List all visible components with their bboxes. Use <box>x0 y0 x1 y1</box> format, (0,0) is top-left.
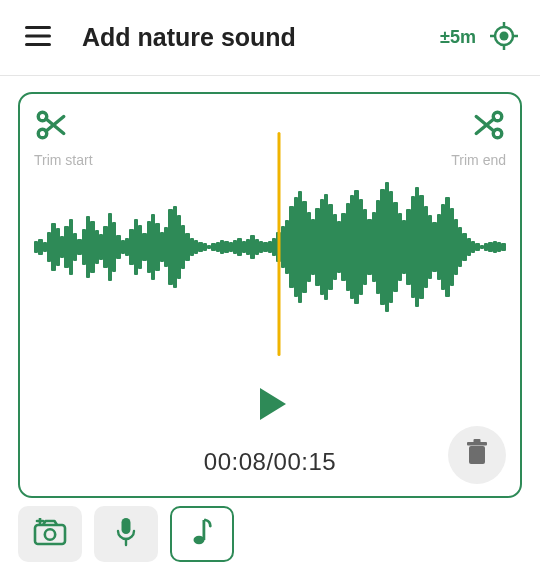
waveform-bar <box>328 204 332 289</box>
locate-button[interactable] <box>488 22 520 54</box>
svg-rect-0 <box>25 26 51 29</box>
play-button[interactable] <box>246 382 294 430</box>
scissors-icon <box>472 108 506 146</box>
waveform-bar <box>419 195 423 299</box>
svg-line-11 <box>46 119 64 134</box>
trim-end-control[interactable]: Trim end <box>451 108 506 168</box>
trim-controls-row: Trim start Trim end <box>34 108 506 168</box>
tab-sound-file[interactable] <box>170 506 234 562</box>
svg-rect-18 <box>469 446 485 464</box>
camera-add-icon <box>33 518 67 550</box>
waveform-bar <box>90 221 94 273</box>
svg-rect-2 <box>25 43 51 46</box>
waveform-bar <box>103 226 107 269</box>
svg-line-15 <box>476 119 494 134</box>
waveform-bar <box>445 197 449 296</box>
tab-camera[interactable] <box>18 506 82 562</box>
audio-trim-card: Trim start Trim end <box>18 92 522 498</box>
svg-rect-21 <box>35 525 65 544</box>
svg-marker-17 <box>260 388 286 420</box>
svg-rect-28 <box>203 520 206 540</box>
svg-point-22 <box>45 529 55 539</box>
waveform-bar <box>380 189 384 305</box>
menu-button[interactable] <box>22 22 54 54</box>
media-type-tabs <box>0 506 540 562</box>
waveform-bar <box>129 229 133 264</box>
svg-rect-25 <box>122 518 131 534</box>
waveform-bar <box>64 226 68 269</box>
waveform-bar <box>168 209 172 285</box>
waveform <box>34 172 506 322</box>
waveform-bar <box>51 223 55 270</box>
waveform-bar <box>354 190 358 303</box>
svg-point-4 <box>500 31 509 40</box>
waveform-bar <box>77 239 81 256</box>
svg-rect-1 <box>25 34 51 37</box>
trim-start-label: Trim start <box>34 152 93 168</box>
hamburger-icon <box>25 26 51 50</box>
playback-controls: 00:08/00:15 <box>34 382 506 486</box>
waveform-bar <box>432 222 436 272</box>
svg-rect-20 <box>474 439 481 443</box>
playhead[interactable] <box>278 132 281 356</box>
waveform-bar <box>142 233 146 261</box>
svg-line-12 <box>46 117 64 132</box>
waveform-bar <box>393 202 397 292</box>
waveform-bar <box>367 219 371 276</box>
trash-icon <box>465 439 489 471</box>
trim-start-control[interactable]: Trim start <box>34 108 93 168</box>
waveform-bar <box>406 209 410 285</box>
trim-end-label: Trim end <box>451 152 506 168</box>
time-display: 00:08/00:15 <box>204 448 336 476</box>
mic-icon <box>115 517 137 551</box>
tab-microphone[interactable] <box>94 506 158 562</box>
svg-line-16 <box>476 117 494 132</box>
scissors-icon <box>34 108 68 146</box>
waveform-bar <box>341 213 345 282</box>
total-time: 00:15 <box>274 448 337 475</box>
waveform-area[interactable] <box>34 172 506 322</box>
music-note-icon <box>191 518 213 550</box>
delete-button[interactable] <box>448 426 506 484</box>
gps-accuracy: ±5m <box>440 27 476 48</box>
waveform-bar <box>155 223 159 270</box>
crosshair-icon <box>490 22 518 54</box>
waveform-bar <box>501 243 505 250</box>
play-icon <box>248 382 292 430</box>
app-header: Add nature sound ±5m <box>0 0 540 76</box>
current-time: 00:08 <box>204 448 267 475</box>
page-title: Add nature sound <box>82 23 296 52</box>
waveform-bar <box>116 235 120 259</box>
